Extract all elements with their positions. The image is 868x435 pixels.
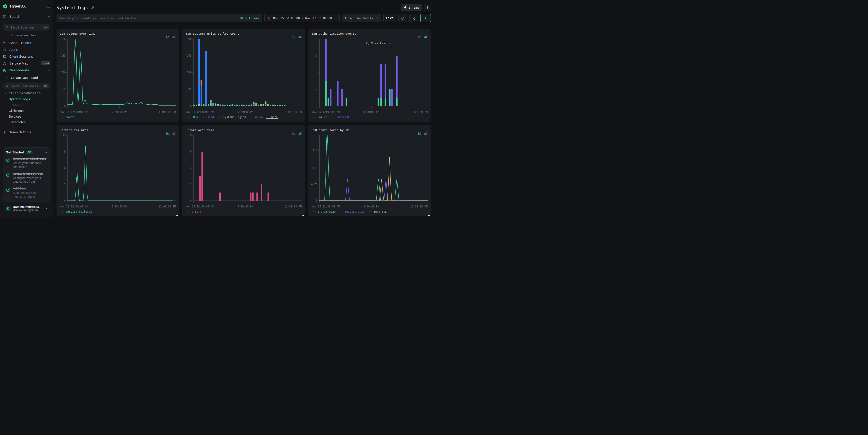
bar-view-icon[interactable] bbox=[298, 131, 302, 135]
panel-service-failures: Service failures 036912 Nov 15 12:00:00 … bbox=[57, 125, 179, 216]
create-dashboard-button[interactable]: Create Dashboard bbox=[5, 74, 51, 81]
resize-handle[interactable] bbox=[303, 119, 304, 121]
bar-view-icon[interactable] bbox=[172, 131, 176, 135]
dashboard-grid: Log volume over time 095190285380 Nov 15… bbox=[57, 29, 431, 216]
legend-item[interactable]: nginx bbox=[250, 116, 263, 119]
get-started-step-sources[interactable]: Create Data Sources Configure where your… bbox=[6, 172, 48, 184]
y-axis-label: 2.3 bbox=[313, 149, 319, 152]
line-view-icon[interactable] bbox=[418, 131, 422, 135]
saved-searches-input[interactable]: ⌘K bbox=[3, 24, 51, 31]
legend-more-link[interactable]: +3 more bbox=[266, 116, 278, 119]
chart-plot[interactable] bbox=[319, 133, 428, 204]
get-started-step-add-data[interactable]: Add Data Start sending logs, metrics, or… bbox=[6, 187, 48, 199]
sidebar-collapse-icon[interactable] bbox=[46, 4, 51, 8]
bar-view-icon[interactable] bbox=[298, 35, 302, 39]
panel-log-volume: Log volume over time 095190285380 Nov 15… bbox=[57, 29, 179, 122]
chart-plot[interactable] bbox=[67, 133, 176, 204]
dashboard-item-clickhouse[interactable]: ClickHouse bbox=[9, 108, 51, 114]
legend-item[interactable]: Errors bbox=[186, 210, 201, 213]
chart-plot[interactable] bbox=[193, 133, 302, 204]
chart-canvas[interactable] bbox=[319, 36, 428, 110]
line-view-icon[interactable] bbox=[292, 131, 296, 135]
sidebar-item-team-settings[interactable]: Team Settings bbox=[3, 129, 51, 135]
refresh-button[interactable] bbox=[398, 14, 407, 22]
dashboard-item-systemd-logs[interactable]: Systemd logs bbox=[9, 96, 51, 102]
bar-view-icon[interactable] bbox=[424, 35, 428, 39]
lucene-toggle[interactable]: Lucene bbox=[249, 17, 259, 20]
main-content: Systemd logs 0 Tags SQL | Lucene bbox=[53, 0, 434, 218]
help-button[interactable]: ? bbox=[2, 195, 9, 201]
legend-item[interactable]: sshd bbox=[202, 116, 214, 119]
legend-item[interactable]: count bbox=[61, 116, 74, 119]
chevron-up-icon[interactable] bbox=[44, 151, 48, 154]
chart-canvas[interactable] bbox=[193, 133, 302, 204]
y-axis-label: 380 bbox=[187, 37, 193, 40]
sidebar-item-client-sessions[interactable]: Client Sessions bbox=[3, 53, 51, 60]
beta-badge: BETA bbox=[41, 61, 51, 65]
granularity-select[interactable]: Auto Granularity bbox=[342, 14, 381, 22]
run-query-button[interactable] bbox=[420, 14, 431, 22]
user-menu[interactable]: D dominic.tran@clic... dominic.tran@clic… bbox=[3, 204, 51, 213]
legend-item[interactable]: 10.0.0.5 bbox=[369, 210, 387, 213]
line-view-icon[interactable] bbox=[292, 35, 296, 39]
resize-handle[interactable] bbox=[177, 119, 178, 121]
saved-dashboards-field[interactable] bbox=[10, 84, 41, 88]
sidebar-item-service-map[interactable]: Service Map BETA bbox=[3, 60, 51, 67]
y-axis-label: 0 bbox=[316, 104, 319, 107]
line-view-icon[interactable] bbox=[166, 131, 170, 135]
resize-handle[interactable] bbox=[303, 214, 304, 216]
event-search-input[interactable] bbox=[59, 17, 237, 20]
chart-plot[interactable] bbox=[319, 36, 428, 110]
table-icon bbox=[3, 14, 7, 19]
legend-item[interactable]: systemd-logind bbox=[218, 116, 246, 119]
saved-dashboards-section-header[interactable]: SAVED DASHBOARDS bbox=[4, 90, 51, 96]
sidebar-item-dashboards[interactable]: Dashboards bbox=[3, 67, 51, 73]
dashboard-menu-button[interactable] bbox=[424, 4, 431, 11]
chart-plot[interactable] bbox=[193, 36, 302, 110]
live-button[interactable]: Live bbox=[383, 14, 396, 22]
legend-item[interactable]: Successful bbox=[332, 116, 353, 119]
sidebar-item-label: Alerts bbox=[9, 48, 51, 52]
chart-canvas[interactable] bbox=[319, 133, 428, 204]
sidebar-item-label: Service Map bbox=[9, 61, 38, 65]
bar-view-icon[interactable] bbox=[424, 131, 428, 135]
legend-item[interactable]: 192.168.1.10 bbox=[340, 210, 365, 213]
dashboard-item-services[interactable]: Services bbox=[9, 114, 51, 119]
resize-handle[interactable] bbox=[428, 214, 430, 216]
y-axis: 02468 bbox=[312, 36, 319, 110]
y-axis-label: 4 bbox=[190, 166, 193, 169]
legend-item[interactable]: CRON bbox=[186, 116, 198, 119]
view-events-button[interactable]: View Events bbox=[366, 41, 391, 45]
bar-view-icon[interactable] bbox=[172, 35, 176, 39]
sidebar-item-search[interactable]: Search bbox=[3, 13, 51, 20]
saved-dashboards-input[interactable]: ⌘K bbox=[3, 83, 51, 89]
line-view-icon[interactable] bbox=[418, 35, 422, 39]
chart-canvas[interactable] bbox=[67, 133, 176, 204]
presets-section-header[interactable]: PRESETS bbox=[4, 102, 51, 108]
legend-item[interactable]: Service failures bbox=[61, 210, 92, 213]
chart-canvas[interactable] bbox=[67, 36, 176, 110]
dashboard-item-kubernetes[interactable]: Kubernetes bbox=[9, 119, 51, 125]
saved-searches-field[interactable] bbox=[10, 26, 41, 29]
tags-button[interactable]: 0 Tags bbox=[401, 4, 422, 11]
y-axis-label: 0 bbox=[190, 104, 193, 107]
chevron-down-icon bbox=[4, 103, 7, 106]
line-view-icon[interactable] bbox=[166, 35, 170, 39]
step-title: Add Data bbox=[13, 187, 48, 191]
time-range-picker[interactable]: Nov 15 00:00:00 - Nov 17 00:00:00 bbox=[265, 14, 340, 22]
filter-button[interactable] bbox=[409, 14, 418, 22]
get-started-step-connect[interactable]: Connect to ClickHouse Set up your databa… bbox=[6, 157, 48, 169]
sql-toggle[interactable]: SQL bbox=[239, 17, 244, 20]
chart-plot[interactable] bbox=[67, 36, 176, 110]
sidebar-item-alerts[interactable]: Alerts bbox=[3, 46, 51, 53]
legend-item[interactable]: 172.16.0.20 bbox=[312, 210, 336, 213]
legend-item[interactable]: Failed bbox=[312, 116, 327, 119]
chart-canvas[interactable] bbox=[193, 36, 302, 110]
sidebar-item-chart-explorer[interactable]: Chart Explorer bbox=[3, 39, 51, 46]
x-axis: Nov 15 12:00:00 AM9:00:00 PM11:00:00 PM bbox=[312, 110, 428, 114]
x-axis-label: 11:00:00 PM bbox=[158, 110, 176, 114]
event-search-box[interactable]: SQL | Lucene bbox=[57, 14, 262, 22]
resize-handle[interactable] bbox=[177, 214, 178, 216]
edit-title-icon[interactable] bbox=[91, 6, 95, 9]
resize-handle[interactable] bbox=[428, 119, 430, 121]
